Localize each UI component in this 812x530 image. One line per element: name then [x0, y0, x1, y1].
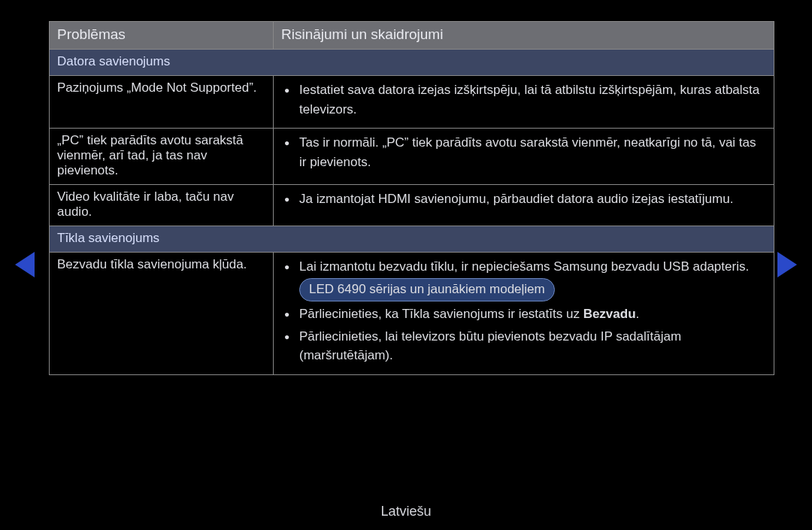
solution-item: Iestatiet sava datora izejas izšķirtspēj… — [299, 80, 766, 119]
next-page-arrow[interactable] — [777, 252, 797, 277]
manual-page: Problēmas Risinājumi un skaidrojumi Dato… — [0, 0, 812, 530]
col-header-solutions: Risinājumi un skaidrojumi — [274, 22, 774, 50]
section-network-connection: Tīkla savienojums — [50, 226, 774, 253]
solution-cell: Ja izmantojat HDMI savienojumu, pārbaudi… — [274, 185, 774, 226]
problem-cell: Bezvadu tīkla savienojuma kļūda. — [50, 253, 274, 375]
solution-cell: Iestatiet sava datora izejas izšķirtspēj… — [274, 76, 774, 129]
problem-cell: Video kvalitāte ir laba, taču nav audio. — [50, 185, 274, 226]
table-row: Video kvalitāte ir laba, taču nav audio.… — [50, 185, 774, 226]
section-pc-connection: Datora savienojums — [50, 50, 774, 76]
table-row: Paziņojums „Mode Not Supported”. Iestati… — [50, 76, 774, 129]
solution-item: Pārliecinieties, lai televizors būtu pie… — [299, 327, 766, 365]
solution-item: Lai izmantotu bezvadu tīklu, ir nepiecie… — [299, 257, 766, 301]
solution-text: . — [636, 307, 640, 321]
language-label: Latviešu — [0, 504, 812, 519]
solution-text: Lai izmantotu bezvadu tīklu, ir nepiecie… — [299, 259, 749, 274]
solution-item: Ja izmantojat HDMI savienojumu, pārbaudi… — [299, 189, 766, 209]
col-header-problems: Problēmas — [50, 22, 274, 50]
table-row: Bezvadu tīkla savienojuma kļūda. Lai izm… — [50, 253, 774, 375]
solution-cell: Tas ir normāli. „PC” tiek parādīts avotu… — [274, 129, 774, 185]
problem-cell: Paziņojums „Mode Not Supported”. — [50, 76, 274, 129]
bold-term: Bezvadu — [583, 307, 636, 321]
solution-item: Tas ir normāli. „PC” tiek parādīts avotu… — [299, 133, 766, 171]
problem-cell: „PC” tiek parādīts avotu sarakstā vienmē… — [50, 129, 274, 185]
solution-item: Pārliecinieties, ka Tīkla savienojums ir… — [299, 304, 766, 324]
model-badge: LED 6490 sērijas un jaunākiem modeļiem — [299, 278, 555, 302]
prev-page-arrow[interactable] — [15, 252, 35, 277]
table-row: „PC” tiek parādīts avotu sarakstā vienmē… — [50, 129, 774, 185]
troubleshooting-table: Problēmas Risinājumi un skaidrojumi Dato… — [49, 21, 774, 375]
solution-cell: Lai izmantotu bezvadu tīklu, ir nepiecie… — [274, 253, 774, 375]
solution-text: Pārliecinieties, ka Tīkla savienojums ir… — [299, 307, 583, 321]
